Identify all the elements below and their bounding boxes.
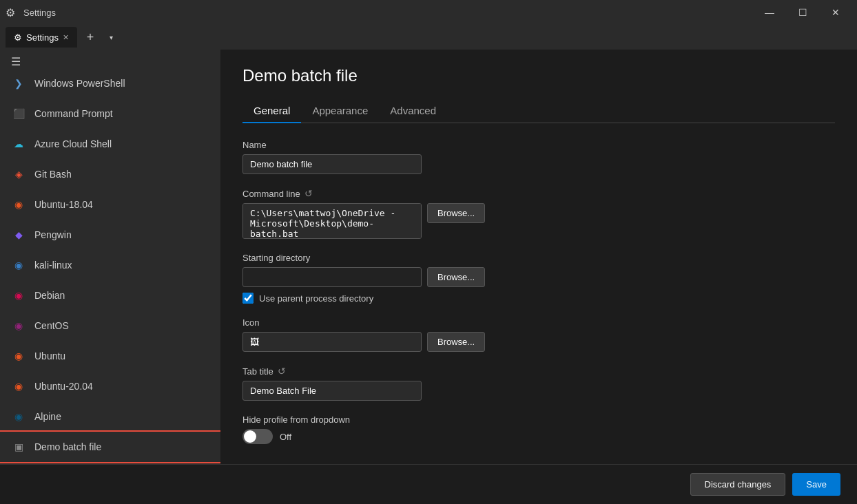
kali-icon: ◉	[11, 258, 26, 273]
hamburger-button[interactable]: ☰	[0, 55, 220, 68]
sidebar-item-label-cmd: Command Prompt	[34, 108, 113, 119]
sidebar-item-azure[interactable]: ☁Azure Cloud Shell	[0, 129, 220, 159]
sidebar-item-ubuntu20[interactable]: ◉Ubuntu-20.04	[0, 371, 220, 401]
startdir-row: Browse...	[242, 267, 835, 287]
settings-tab[interactable]: ⚙ Settings ✕	[6, 27, 77, 48]
footer: Discard changes Save	[0, 464, 857, 504]
page-title: Demo batch file	[242, 66, 835, 85]
sidebar-item-label-azure: Azure Cloud Shell	[34, 138, 112, 149]
ubuntu-icon: ◉	[11, 348, 26, 364]
startdir-field-group: Starting directory Browse... Use parent …	[242, 253, 835, 304]
sidebar-item-debian[interactable]: ◉Debian	[0, 280, 220, 311]
pengwin-icon: ◆	[11, 227, 26, 242]
title-bar-title: Settings	[23, 8, 754, 18]
tabtitle-field-group: Tab title ↺	[242, 366, 835, 401]
tab-general[interactable]: General	[242, 99, 301, 123]
name-label: Name	[242, 140, 835, 150]
toggle-row: Off	[242, 429, 835, 444]
azure-icon: ☁	[11, 136, 26, 151]
name-input[interactable]	[242, 154, 422, 174]
gitbash-icon: ◈	[11, 167, 26, 182]
cmdline-label: Command line ↺	[242, 188, 835, 199]
tab-bar: ⚙ Settings ✕ + ▾	[0, 25, 857, 50]
sidebar-item-gitbash[interactable]: ◈Git Bash	[0, 159, 220, 189]
use-parent-row: Use parent process directory	[242, 293, 835, 304]
sidebar-item-ubuntu[interactable]: ◉Ubuntu	[0, 341, 220, 371]
debian-icon: ◉	[11, 288, 26, 303]
tabtitle-input[interactable]	[242, 381, 422, 401]
maximize-button[interactable]: ☐	[787, 1, 818, 23]
title-bar: ⚙ Settings — ☐ ✕	[0, 0, 857, 25]
cmd-icon: ⬛	[11, 106, 26, 121]
startdir-input[interactable]	[242, 267, 422, 287]
tab-icon: ⚙	[14, 32, 22, 43]
alpine-icon: ◉	[11, 409, 26, 424]
toggle-label: Off	[280, 432, 291, 442]
cmdline-field-group: Command line ↺ C:\Users\mattwoj\OneDrive…	[242, 188, 835, 239]
startdir-label: Starting directory	[242, 253, 835, 263]
cmdline-browse-button[interactable]: Browse...	[427, 203, 485, 223]
icon-input[interactable]	[242, 332, 422, 352]
sidebar-item-powershell[interactable]: ❯Windows PowerShell	[0, 68, 220, 98]
save-button[interactable]: Save	[792, 473, 840, 496]
sidebar-item-label-gitbash: Git Bash	[34, 169, 72, 180]
hide-profile-label: Hide profile from dropdown	[242, 414, 835, 425]
sidebar-item-label-powershell: Windows PowerShell	[34, 78, 125, 89]
discard-button[interactable]: Discard changes	[690, 473, 786, 496]
use-parent-label: Use parent process directory	[259, 293, 373, 304]
centos-icon: ◉	[11, 318, 26, 333]
hide-profile-group: Hide profile from dropdown Off	[242, 414, 835, 444]
toggle-knob	[244, 430, 256, 443]
tab-dropdown-button[interactable]: ▾	[103, 27, 120, 48]
sidebar-item-alpine[interactable]: ◉Alpine	[0, 401, 220, 432]
demobatch-icon: ▣	[11, 439, 26, 454]
startdir-browse-button[interactable]: Browse...	[427, 267, 485, 287]
sidebar: ☰ ❯Windows PowerShell⬛Command Prompt☁Azu…	[0, 50, 220, 464]
minimize-button[interactable]: —	[754, 1, 785, 23]
cmdline-reset-icon[interactable]: ↺	[304, 188, 313, 199]
tab-add-button[interactable]: +	[80, 27, 101, 48]
sidebar-item-ubuntu18[interactable]: ◉Ubuntu-18.04	[0, 189, 220, 220]
tab-appearance[interactable]: Appearance	[301, 99, 379, 123]
sidebar-item-demobatch[interactable]: ▣Demo batch file	[0, 432, 220, 462]
ubuntu20-icon: ◉	[11, 379, 26, 394]
tab-label: Settings	[26, 32, 59, 43]
icon-label: Icon	[242, 317, 835, 328]
sidebar-item-label-ubuntu20: Ubuntu-20.04	[34, 381, 93, 392]
hide-profile-toggle[interactable]	[242, 429, 273, 444]
use-parent-checkbox[interactable]	[242, 293, 254, 304]
content-tabs: General Appearance Advanced	[242, 99, 835, 123]
tabtitle-label: Tab title ↺	[242, 366, 835, 377]
sidebar-item-label-ubuntu: Ubuntu	[34, 350, 65, 361]
tab-close-icon[interactable]: ✕	[63, 33, 69, 42]
sidebar-item-cmd[interactable]: ⬛Command Prompt	[0, 98, 220, 129]
tabtitle-reset-icon[interactable]: ↺	[278, 366, 286, 377]
sidebar-item-pengwin[interactable]: ◆Pengwin	[0, 220, 220, 250]
sidebar-item-label-alpine: Alpine	[34, 411, 61, 422]
cmdline-input[interactable]: C:\Users\mattwoj\OneDrive - Microsoft\De…	[242, 203, 422, 239]
sidebar-items: ❯Windows PowerShell⬛Command Prompt☁Azure…	[0, 68, 220, 464]
close-button[interactable]: ✕	[820, 1, 851, 23]
ubuntu18-icon: ◉	[11, 197, 26, 212]
sidebar-item-label-centos: CentOS	[34, 320, 69, 331]
icon-browse-button[interactable]: Browse...	[427, 332, 485, 352]
icon-row: Browse...	[242, 332, 835, 352]
content-area: Demo batch file General Appearance Advan…	[220, 50, 857, 464]
sidebar-item-kali[interactable]: ◉kali-linux	[0, 250, 220, 280]
title-bar-controls: — ☐ ✕	[754, 1, 851, 23]
sidebar-item-label-ubuntu18: Ubuntu-18.04	[34, 199, 93, 210]
cmdline-row: C:\Users\mattwoj\OneDrive - Microsoft\De…	[242, 203, 835, 239]
sidebar-item-label-debian: Debian	[34, 290, 65, 301]
sidebar-item-centos[interactable]: ◉CentOS	[0, 311, 220, 341]
tab-advanced[interactable]: Advanced	[379, 99, 447, 123]
name-field-group: Name	[242, 140, 835, 174]
sidebar-item-label-pengwin: Pengwin	[34, 229, 72, 240]
icon-field-group: Icon Browse...	[242, 317, 835, 352]
powershell-icon: ❯	[11, 76, 26, 91]
settings-icon: ⚙	[6, 6, 18, 19]
main-layout: ☰ ❯Windows PowerShell⬛Command Prompt☁Azu…	[0, 50, 857, 464]
sidebar-item-label-kali: kali-linux	[34, 260, 72, 271]
sidebar-item-label-demobatch: Demo batch file	[34, 441, 101, 452]
